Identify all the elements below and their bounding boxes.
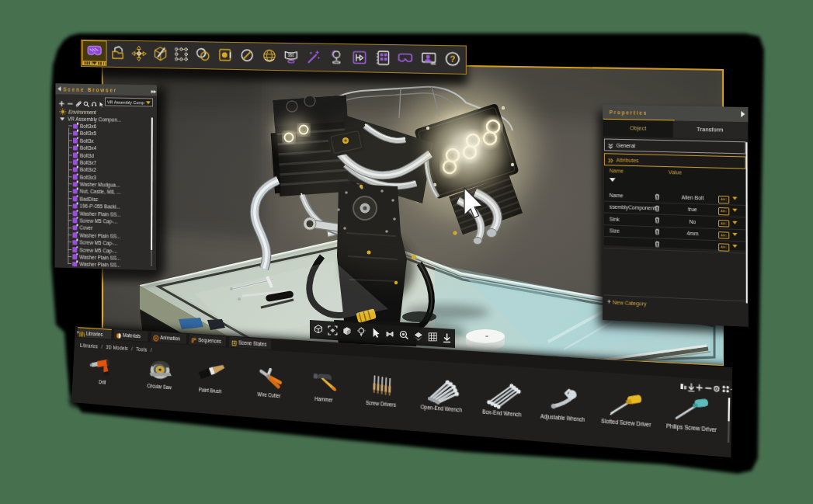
- svg-text:360: 360: [288, 54, 295, 58]
- svg-text:?: ?: [450, 54, 455, 64]
